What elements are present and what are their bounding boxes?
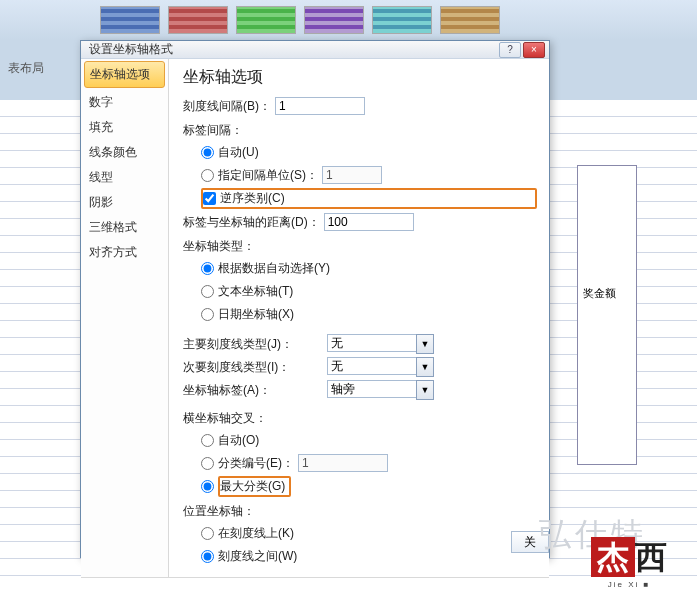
nav-axis-options[interactable]: 坐标轴选项 (84, 61, 165, 88)
chart-object[interactable]: 奖金额 (577, 165, 637, 465)
axis-type-text-radio[interactable] (201, 285, 214, 298)
major-tick-select[interactable] (327, 334, 417, 352)
chart-legend-label: 奖金额 (583, 287, 616, 299)
axis-options-panel: 坐标轴选项 刻度线间隔(B)： 标签间隔： 自动(U) 指定间隔单位(S)： 逆… (169, 59, 549, 577)
nav-line-style[interactable]: 线型 (81, 165, 168, 190)
nav-3d-format[interactable]: 三维格式 (81, 215, 168, 240)
axis-type-auto-radio[interactable] (201, 262, 214, 275)
nav-shadow[interactable]: 阴影 (81, 190, 168, 215)
axis-type-text-text: 文本坐标轴(T) (218, 283, 293, 300)
pos-on-text: 在刻度线上(K) (218, 525, 294, 542)
minor-tick-select[interactable] (327, 357, 417, 375)
nav-line-color[interactable]: 线条颜色 (81, 140, 168, 165)
label-spec-radio[interactable] (201, 169, 214, 182)
format-axis-dialog: 设置坐标轴格式 ? × 坐标轴选项 数字 填充 线条颜色 线型 阴影 三维格式 … (80, 40, 550, 558)
dialog-titlebar[interactable]: 设置坐标轴格式 ? × (81, 41, 549, 59)
axis-type-date-text: 日期坐标轴(X) (218, 306, 294, 323)
tick-interval-label: 刻度线间隔(B)： (183, 98, 271, 115)
reverse-label: 逆序类别(C) (220, 190, 285, 207)
cross-category-input[interactable] (298, 454, 388, 472)
tick-interval-input[interactable] (275, 97, 365, 115)
axis-type-auto-text: 根据数据自动选择(Y) (218, 260, 330, 277)
label-auto-text: 自动(U) (218, 144, 259, 161)
axis-type-date-radio[interactable] (201, 308, 214, 321)
pos-between-radio[interactable] (201, 550, 214, 563)
cross-label: 横坐标轴交叉： (183, 410, 537, 427)
minor-tick-label: 次要刻度线类型(I)： (183, 359, 323, 376)
cross-max-radio[interactable] (201, 480, 214, 493)
reverse-checkbox[interactable] (203, 192, 216, 205)
label-interval-label: 标签间隔： (183, 122, 537, 139)
pos-between-text: 刻度线之间(W) (218, 548, 297, 565)
chevron-down-icon[interactable]: ▼ (416, 334, 434, 354)
cross-auto-radio[interactable] (201, 434, 214, 447)
dialog-footer: 关 (81, 577, 549, 578)
axis-labels-label: 坐标轴标签(A)： (183, 382, 323, 399)
nav-alignment[interactable]: 对齐方式 (81, 240, 168, 265)
position-label: 位置坐标轴： (183, 503, 537, 520)
panel-heading: 坐标轴选项 (183, 67, 537, 88)
watermark-plain: 西 (635, 539, 667, 575)
nav-fill[interactable]: 填充 (81, 115, 168, 140)
chevron-down-icon[interactable]: ▼ (416, 357, 434, 377)
label-distance-input[interactable] (324, 213, 414, 231)
style-swatch[interactable] (168, 6, 228, 34)
dialog-title: 设置坐标轴格式 (85, 41, 497, 58)
ribbon-strip (0, 0, 697, 40)
cross-category-radio[interactable] (201, 457, 214, 470)
nav-number[interactable]: 数字 (81, 90, 168, 115)
major-tick-label: 主要刻度线类型(J)： (183, 336, 323, 353)
style-swatch[interactable] (100, 6, 160, 34)
watermark-red: 杰 (591, 537, 635, 577)
label-spec-text: 指定间隔单位(S)： (218, 167, 318, 184)
pos-on-radio[interactable] (201, 527, 214, 540)
cross-category-text: 分类编号(E)： (218, 455, 294, 472)
axis-labels-select[interactable] (327, 380, 417, 398)
chevron-down-icon[interactable]: ▼ (416, 380, 434, 400)
label-spec-input[interactable] (322, 166, 382, 184)
ribbon-tab[interactable]: 表布局 (0, 58, 52, 79)
close-button[interactable]: × (523, 42, 545, 58)
watermark: 杰西 Jie Xi ■ (591, 536, 667, 589)
style-swatch[interactable] (440, 6, 500, 34)
style-swatch[interactable] (236, 6, 296, 34)
cross-auto-text: 自动(O) (218, 432, 259, 449)
style-swatch[interactable] (304, 6, 364, 34)
watermark-sub: Jie Xi ■ (591, 580, 667, 589)
cross-max-highlight: 最大分类(G) (218, 476, 291, 497)
dialog-nav: 坐标轴选项 数字 填充 线条颜色 线型 阴影 三维格式 对齐方式 (81, 59, 169, 577)
help-button[interactable]: ? (499, 42, 521, 58)
label-distance-label: 标签与坐标轴的距离(D)： (183, 214, 320, 231)
axis-type-label: 坐标轴类型： (183, 238, 537, 255)
style-swatch[interactable] (372, 6, 432, 34)
label-auto-radio[interactable] (201, 146, 214, 159)
cross-max-text: 最大分类(G) (220, 479, 285, 493)
reverse-highlight: 逆序类别(C) (201, 188, 537, 209)
